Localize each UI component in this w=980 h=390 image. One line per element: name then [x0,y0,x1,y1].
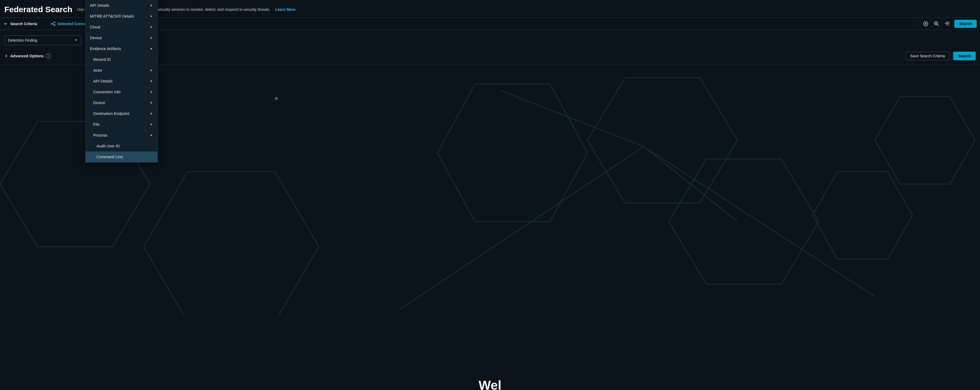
welcome-heading-partial: Wel [479,378,501,390]
caret-up-icon [150,133,153,137]
sparkle-icon[interactable] [943,20,951,27]
search-criteria-label: Search Criteria [10,22,37,26]
svg-marker-14 [144,171,319,315]
dropdown-item-label: API Details [90,3,110,8]
dropdown-item-label: Command Line [96,155,123,159]
dropdown-item[interactable]: Audit User ID [86,141,158,152]
svg-marker-32 [151,102,152,104]
connectors-icon [51,21,56,26]
svg-marker-25 [151,15,152,17]
dropdown-item[interactable]: Cloud [86,22,158,32]
svg-marker-28 [150,48,152,49]
dropdown-item-label: Cloud [90,25,100,29]
svg-marker-19 [875,97,975,184]
svg-marker-33 [151,112,152,115]
dropdown-item-label: Destination Endpoint [93,112,129,116]
caret-right-icon [150,14,153,18]
dropdown-item[interactable]: Command Line [86,152,158,162]
svg-marker-24 [151,4,152,6]
detection-finding-select[interactable]: Detection Finding [4,35,81,45]
dropdown-item[interactable]: Connection Info [86,86,158,98]
caret-right-icon [150,36,153,40]
dropdown-item[interactable]: Device [86,98,158,108]
dropdown-item-label: Audit User ID [96,144,120,148]
dropdown-item-label: Actor [93,68,102,72]
svg-line-9 [937,25,939,26]
svg-marker-34 [151,123,152,125]
dropdown-item-label: Connection Info [93,90,121,94]
svg-marker-30 [151,80,152,82]
dropdown-item-label: MITRE ATT&CK® Details [90,14,134,18]
dropdown-item-label: API Details [93,79,113,83]
search-button-top[interactable]: Search [955,20,977,28]
dropdown-item[interactable]: Evidence Artifacts [86,43,158,54]
caret-right-icon [150,112,153,116]
svg-line-23 [400,147,644,309]
zoom-search-icon[interactable] [933,20,940,27]
svg-marker-16 [587,78,737,203]
page-title: Federated Search [4,5,72,14]
dropdown-item-label: File [93,122,99,126]
dropdown-item-label: Record ID [93,58,111,62]
advanced-options-label: Advanced Options [10,54,44,58]
field-dropdown-panel[interactable]: API DetailsMITRE ATT&CK® DetailsCloudDev… [85,0,158,163]
select-value: Detection Finding [8,38,37,42]
vertical-divider [918,20,919,27]
dropdown-item[interactable]: Actor [86,65,158,76]
svg-marker-27 [151,37,152,39]
dropdown-item-label: Device [93,101,105,105]
caret-right-icon [150,68,153,72]
caret-down-icon [75,38,78,43]
advanced-options-toggle[interactable]: Advanced Options i [4,54,51,58]
dropdown-item[interactable]: Process [86,130,158,141]
caret-right-icon [150,101,153,105]
clear-icon[interactable] [922,20,929,27]
svg-marker-26 [151,26,152,28]
svg-line-3 [52,22,54,23]
dropdown-item-label: Device [90,36,102,40]
dropdown-item-label: Evidence Artifacts [90,46,121,51]
svg-marker-29 [151,69,152,71]
criteria-bar-left: Search Criteria Selected Connectors [3,21,95,26]
svg-marker-12 [75,40,77,41]
caret-right-icon [150,25,153,29]
dropdown-item-label: Process [93,133,107,137]
svg-line-21 [644,147,737,222]
criteria-bar-right: Search [918,20,977,28]
caret-right-icon [150,3,153,8]
svg-line-20 [500,90,644,147]
graph-node-dot [275,97,278,100]
svg-marker-35 [150,134,152,136]
learn-more-link[interactable]: Learn More [275,7,296,12]
caret-up-icon [150,46,153,51]
caret-right-icon [150,122,153,126]
dropdown-item[interactable]: Device [86,32,158,43]
chevron-down-icon[interactable] [3,22,8,26]
dropdown-item[interactable]: Record ID [86,54,158,65]
svg-marker-15 [438,84,587,222]
svg-line-4 [52,24,54,25]
dropdown-item[interactable]: File [86,119,158,130]
caret-right-icon [150,90,153,94]
chevron-right-icon [4,54,8,58]
svg-line-22 [644,147,875,297]
dropdown-item[interactable]: Destination Endpoint [86,108,158,119]
caret-right-icon [150,79,153,83]
dropdown-item[interactable]: API Details [86,76,158,86]
dropdown-item[interactable]: MITRE ATT&CK® Details [86,11,158,22]
svg-marker-18 [813,171,912,259]
info-icon[interactable]: i [46,54,51,58]
svg-marker-31 [151,91,152,93]
dropdown-item[interactable]: API Details [86,0,158,11]
